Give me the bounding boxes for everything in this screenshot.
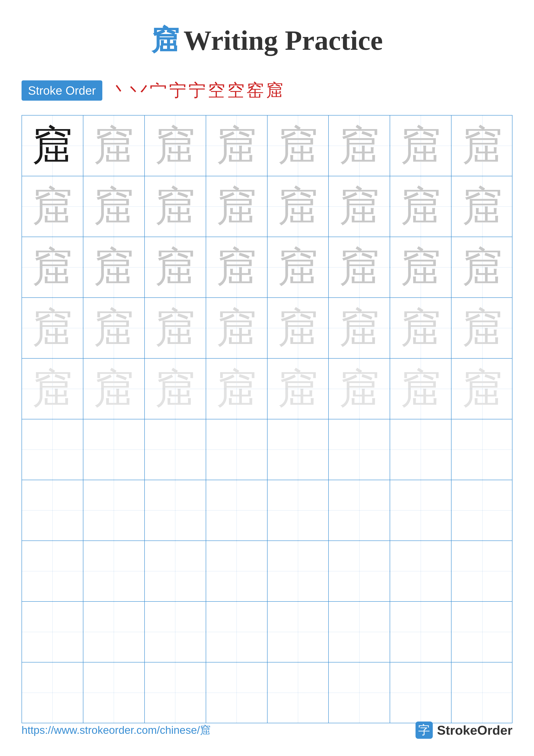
grid-cell[interactable] xyxy=(329,662,390,723)
stroke-9: 窟 xyxy=(266,79,283,102)
grid-cell[interactable]: 窟 xyxy=(329,359,390,419)
grid-cell[interactable] xyxy=(83,480,145,540)
grid-row-5: 窟 窟 窟 窟 窟 窟 窟 窟 xyxy=(22,359,512,419)
grid-cell[interactable]: 窟 xyxy=(390,359,451,419)
grid-cell[interactable]: 窟 xyxy=(451,116,513,176)
grid-cell[interactable]: 窟 xyxy=(206,176,267,237)
grid-cell[interactable]: 窟 xyxy=(22,237,83,297)
grid-cell[interactable]: 窟 xyxy=(206,116,267,176)
grid-cell[interactable] xyxy=(145,662,206,723)
grid-cell[interactable]: 窟 xyxy=(206,298,267,358)
grid-cell[interactable]: 窟 xyxy=(83,298,145,358)
title-character: 窟 xyxy=(151,25,179,56)
stroke-order-chars: 丶 丷 宀 宁 宁 空 空 窑 窟 xyxy=(111,79,283,102)
grid-cell[interactable]: 窟 xyxy=(329,116,390,176)
grid-cell[interactable] xyxy=(145,541,206,601)
grid-row-3: 窟 窟 窟 窟 窟 窟 窟 窟 xyxy=(22,237,512,298)
grid-cell[interactable]: 窟 xyxy=(22,116,83,176)
footer-brand-icon: 字 xyxy=(416,721,433,739)
grid-cell[interactable] xyxy=(390,419,451,480)
grid-cell[interactable] xyxy=(390,480,451,540)
grid-cell[interactable] xyxy=(83,662,145,723)
grid-row-8 xyxy=(22,541,512,602)
grid-cell[interactable]: 窟 xyxy=(206,359,267,419)
grid-cell[interactable] xyxy=(267,480,329,540)
grid-cell[interactable]: 窟 xyxy=(451,359,513,419)
stroke-4: 宁 xyxy=(169,79,186,102)
grid-cell[interactable] xyxy=(206,662,267,723)
grid-cell[interactable] xyxy=(206,480,267,540)
grid-cell[interactable]: 窟 xyxy=(451,298,513,358)
grid-cell[interactable]: 窟 xyxy=(22,359,83,419)
grid-cell[interactable]: 窟 xyxy=(22,176,83,237)
grid-cell[interactable] xyxy=(145,602,206,662)
grid-cell[interactable] xyxy=(267,662,329,723)
title-text: Writing Practice xyxy=(184,25,383,56)
page-title: 窟Writing Practice xyxy=(0,0,534,72)
footer: https://www.strokeorder.com/chinese/窟 字 … xyxy=(0,721,534,739)
grid-cell[interactable]: 窟 xyxy=(83,237,145,297)
grid-cell[interactable]: 窟 xyxy=(451,237,513,297)
grid-cell[interactable] xyxy=(145,419,206,480)
grid-cell[interactable]: 窟 xyxy=(329,298,390,358)
grid-cell[interactable] xyxy=(451,541,513,601)
grid-cell[interactable]: 窟 xyxy=(145,237,206,297)
grid-cell[interactable] xyxy=(22,419,83,480)
grid-cell[interactable] xyxy=(22,662,83,723)
grid-cell[interactable]: 窟 xyxy=(145,298,206,358)
grid-cell[interactable]: 窟 xyxy=(145,359,206,419)
grid-cell[interactable]: 窟 xyxy=(145,116,206,176)
grid-cell[interactable] xyxy=(451,480,513,540)
grid-cell[interactable]: 窟 xyxy=(267,298,329,358)
grid-cell[interactable] xyxy=(83,602,145,662)
stroke-7: 空 xyxy=(227,79,244,102)
grid-cell[interactable]: 窟 xyxy=(267,176,329,237)
grid-cell[interactable] xyxy=(22,541,83,601)
footer-brand: 字 StrokeOrder xyxy=(416,721,513,739)
grid-cell[interactable] xyxy=(329,602,390,662)
grid-row-2: 窟 窟 窟 窟 窟 窟 窟 窟 xyxy=(22,176,512,237)
grid-cell[interactable] xyxy=(22,602,83,662)
grid-cell[interactable] xyxy=(390,602,451,662)
grid-cell[interactable] xyxy=(22,480,83,540)
grid-cell[interactable]: 窟 xyxy=(329,237,390,297)
grid-cell[interactable] xyxy=(267,419,329,480)
grid-cell[interactable] xyxy=(206,419,267,480)
grid-cell[interactable]: 窟 xyxy=(390,176,451,237)
grid-row-7 xyxy=(22,480,512,541)
stroke-2: 丷 xyxy=(130,79,147,102)
grid-cell[interactable]: 窟 xyxy=(390,237,451,297)
grid-cell[interactable]: 窟 xyxy=(83,176,145,237)
grid-cell[interactable] xyxy=(206,602,267,662)
grid-cell[interactable]: 窟 xyxy=(329,176,390,237)
grid-cell[interactable] xyxy=(206,541,267,601)
grid-cell[interactable] xyxy=(329,541,390,601)
grid-cell[interactable] xyxy=(83,541,145,601)
grid-cell[interactable] xyxy=(145,480,206,540)
grid-cell[interactable] xyxy=(451,419,513,480)
grid-cell[interactable]: 窟 xyxy=(206,237,267,297)
practice-grid: 窟 窟 窟 窟 窟 窟 窟 窟 窟 窟 窟 窟 窟 窟 窟 窟 窟 窟 窟 窟 … xyxy=(21,115,513,723)
grid-cell[interactable] xyxy=(267,541,329,601)
grid-cell[interactable]: 窟 xyxy=(390,116,451,176)
grid-cell[interactable]: 窟 xyxy=(267,359,329,419)
grid-cell[interactable]: 窟 xyxy=(451,176,513,237)
grid-cell[interactable]: 窟 xyxy=(145,176,206,237)
grid-cell[interactable] xyxy=(267,602,329,662)
grid-cell[interactable]: 窟 xyxy=(22,298,83,358)
grid-cell[interactable] xyxy=(390,541,451,601)
grid-cell[interactable] xyxy=(329,480,390,540)
grid-cell[interactable]: 窟 xyxy=(390,298,451,358)
grid-cell[interactable]: 窟 xyxy=(83,359,145,419)
footer-url-link[interactable]: https://www.strokeorder.com/chinese/窟 xyxy=(21,723,211,738)
grid-cell[interactable] xyxy=(390,662,451,723)
grid-cell[interactable]: 窟 xyxy=(83,116,145,176)
grid-cell[interactable] xyxy=(451,662,513,723)
grid-cell[interactable] xyxy=(83,419,145,480)
stroke-1: 丶 xyxy=(111,79,128,102)
grid-cell[interactable] xyxy=(329,419,390,480)
grid-cell[interactable] xyxy=(451,602,513,662)
grid-cell[interactable]: 窟 xyxy=(267,116,329,176)
grid-cell[interactable]: 窟 xyxy=(267,237,329,297)
stroke-3: 宀 xyxy=(150,79,167,102)
